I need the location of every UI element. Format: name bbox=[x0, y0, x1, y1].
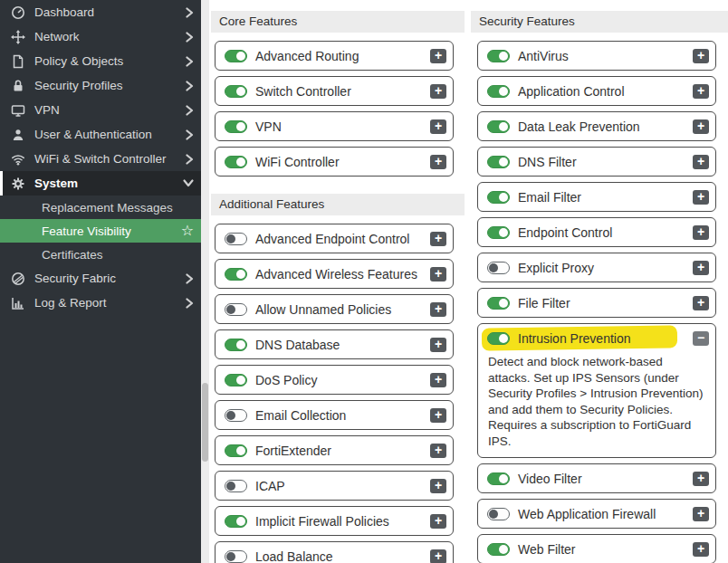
sidebar-item-user-authentication[interactable]: User & Authentication bbox=[0, 122, 201, 147]
app-root: DashboardNetworkPolicy & ObjectsSecurity… bbox=[0, 0, 728, 563]
toggle-knob bbox=[499, 545, 508, 554]
expand-button[interactable]: + bbox=[430, 84, 446, 99]
star-icon[interactable]: ☆ bbox=[181, 224, 194, 238]
toggle-on[interactable] bbox=[487, 226, 510, 239]
expand-button[interactable]: + bbox=[693, 84, 709, 99]
feature-row-advanced-wireless-features: Advanced Wireless Features+ bbox=[216, 260, 453, 288]
toggle-on[interactable] bbox=[487, 50, 510, 62]
feature-label: DoS Policy bbox=[255, 373, 317, 387]
sidebar-item-system[interactable]: System bbox=[0, 171, 201, 196]
feature-label: ICAP bbox=[255, 479, 285, 493]
toggle-on[interactable] bbox=[225, 156, 247, 168]
toggle-on[interactable] bbox=[225, 339, 247, 351]
sidebar-item-certificates[interactable]: Certificates bbox=[0, 243, 201, 266]
sidebar-item-dashboard[interactable]: Dashboard bbox=[0, 0, 201, 24]
sidebar-scrollbar[interactable] bbox=[201, 0, 209, 563]
feature-card-switch-controller: Switch Controller+ bbox=[215, 76, 454, 106]
sidebar-item-vpn[interactable]: VPN bbox=[0, 98, 201, 122]
toggle-on[interactable] bbox=[225, 120, 247, 133]
features-column-right: Security FeaturesAntiVirus+Application C… bbox=[471, 0, 728, 563]
expand-button[interactable]: + bbox=[430, 408, 446, 423]
sidebar-item-wifi-switch-controller[interactable]: WiFi & Switch Controller bbox=[0, 147, 201, 171]
feature-card-advanced-endpoint-control: Advanced Endpoint Control+ bbox=[215, 224, 454, 253]
expand-button[interactable]: + bbox=[430, 302, 446, 317]
feature-card-implicit-firewall-policies: Implicit Firewall Policies+ bbox=[215, 506, 454, 536]
expand-button[interactable]: + bbox=[693, 225, 709, 240]
expand-button[interactable]: + bbox=[430, 267, 446, 282]
feature-card-antivirus: AntiVirus+ bbox=[477, 41, 716, 71]
expand-button[interactable]: + bbox=[430, 479, 446, 493]
toggle-off[interactable] bbox=[225, 233, 247, 245]
wifi-icon bbox=[10, 152, 25, 167]
expand-button[interactable]: + bbox=[693, 296, 709, 310]
feature-card-load-balance: Load Balance+ bbox=[215, 541, 454, 563]
toggle-off[interactable] bbox=[225, 409, 247, 422]
toggle-on[interactable] bbox=[225, 374, 247, 386]
toggle-on[interactable] bbox=[225, 268, 247, 281]
feature-card-wifi-controller: WiFi Controller+ bbox=[215, 147, 454, 177]
sidebar-item-replacement-messages[interactable]: Replacement Messages bbox=[0, 196, 201, 219]
toggle-on[interactable] bbox=[225, 50, 247, 62]
toggle-on[interactable] bbox=[487, 191, 510, 204]
expand-button[interactable]: + bbox=[430, 549, 446, 563]
toggle-on[interactable] bbox=[487, 472, 510, 485]
feature-label: Advanced Endpoint Control bbox=[255, 232, 409, 246]
chevron-right-icon bbox=[186, 56, 194, 67]
expand-button[interactable]: + bbox=[693, 155, 709, 169]
chevron-right-icon bbox=[186, 298, 194, 309]
expand-button[interactable]: + bbox=[430, 232, 446, 246]
toggle-knob bbox=[499, 474, 508, 483]
expand-button[interactable]: + bbox=[430, 49, 446, 63]
sidebar-item-label: WiFi & Switch Controller bbox=[34, 152, 167, 166]
collapse-button[interactable]: − bbox=[693, 331, 709, 346]
sidebar-item-network[interactable]: Network bbox=[0, 24, 201, 49]
feature-label: Application Control bbox=[518, 84, 625, 99]
sidebar-item-label: User & Authentication bbox=[34, 128, 152, 141]
expand-button[interactable]: + bbox=[430, 444, 446, 458]
feature-card-email-filter: Email Filter+ bbox=[477, 182, 716, 212]
toggle-off[interactable] bbox=[487, 508, 510, 520]
sidebar-item-policy-objects[interactable]: Policy & Objects bbox=[0, 49, 201, 73]
toggle-on[interactable] bbox=[487, 85, 510, 98]
toggle-off[interactable] bbox=[225, 480, 247, 492]
expand-button[interactable]: + bbox=[693, 542, 709, 557]
toggle-on[interactable] bbox=[487, 156, 510, 168]
sidebar-item-security-fabric[interactable]: Security Fabric bbox=[0, 266, 201, 291]
feature-label: DNS Filter bbox=[518, 155, 577, 169]
expand-button[interactable]: + bbox=[430, 373, 446, 387]
feature-card-email-collection: Email Collection+ bbox=[215, 400, 454, 430]
toggle-off[interactable] bbox=[225, 303, 247, 316]
expand-button[interactable]: + bbox=[693, 119, 709, 134]
expand-button[interactable]: + bbox=[693, 190, 709, 205]
sidebar-item-security-profiles[interactable]: Security Profiles bbox=[0, 73, 201, 98]
expand-button[interactable]: + bbox=[693, 507, 709, 521]
expand-button[interactable]: + bbox=[693, 472, 709, 486]
expand-button[interactable]: + bbox=[430, 155, 446, 169]
toggle-on[interactable] bbox=[225, 444, 247, 457]
toggle-on[interactable] bbox=[225, 85, 247, 98]
sidebar-item-feature-visibility[interactable]: Feature Visibility☆ bbox=[0, 219, 201, 243]
feature-label: Explicit Proxy bbox=[518, 261, 594, 275]
feature-row-advanced-routing: Advanced Routing+ bbox=[216, 42, 453, 70]
feature-card-file-filter: File Filter+ bbox=[477, 288, 716, 318]
sidebar-item-log-report[interactable]: Log & Report bbox=[0, 291, 201, 315]
expand-button[interactable]: + bbox=[430, 514, 446, 529]
toggle-on[interactable] bbox=[487, 332, 510, 345]
feature-row-implicit-firewall-policies: Implicit Firewall Policies+ bbox=[216, 507, 453, 535]
toggle-on[interactable] bbox=[487, 120, 510, 133]
scrollbar-thumb[interactable] bbox=[202, 383, 208, 462]
fabric-icon bbox=[10, 272, 25, 286]
toggle-on[interactable] bbox=[487, 297, 510, 310]
expand-button[interactable]: + bbox=[693, 261, 709, 275]
toggle-on[interactable] bbox=[487, 543, 510, 556]
expand-button[interactable]: + bbox=[430, 119, 446, 134]
feature-card-icap: ICAP+ bbox=[215, 471, 454, 501]
expand-button[interactable]: + bbox=[693, 49, 709, 63]
toggle-knob bbox=[499, 157, 508, 167]
toggle-off[interactable] bbox=[487, 262, 510, 274]
toggle-off[interactable] bbox=[225, 550, 247, 563]
sidebar-item-label: Feature Visibility bbox=[42, 224, 131, 238]
toggle-on[interactable] bbox=[225, 515, 247, 528]
expand-button[interactable]: + bbox=[430, 338, 446, 352]
feature-label: Intrusion Prevention bbox=[518, 331, 631, 346]
